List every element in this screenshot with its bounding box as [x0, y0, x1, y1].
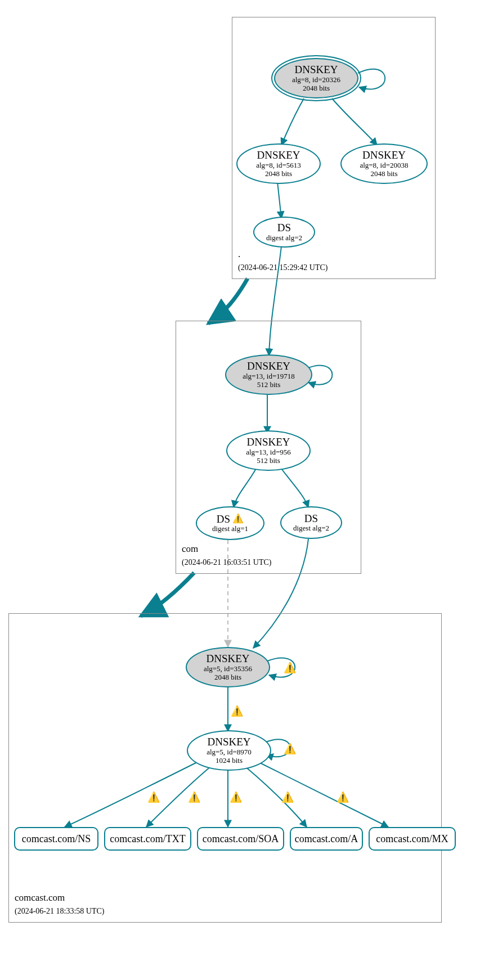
rr-txt[interactable]: comcast.com/TXT [104, 827, 191, 851]
node-com-ds2[interactable]: DS digest alg=2 [280, 506, 342, 539]
node-root-ksk[interactable]: DNSKEY alg=8, id=20326 2048 bits [274, 58, 358, 98]
node-com-ds1[interactable]: DS ⚠️ digest alg=1 [196, 506, 264, 540]
warning-icon: ⚠️ [232, 514, 244, 524]
zone-com-label: com (2024-06-21 16:03:51 UTC) [182, 543, 271, 569]
rr-ns-label: comcast.com/NS [22, 833, 91, 845]
node-line2: alg=5, id=35356 [204, 665, 252, 673]
node-root-ds[interactable]: DS digest alg=2 [253, 217, 315, 248]
node-line2: digest alg=2 [266, 234, 302, 242]
node-line2: digest alg=1 [212, 525, 248, 533]
node-root-zsk[interactable]: DNSKEY alg=8, id=5613 2048 bits [236, 143, 321, 184]
zone-root-label: . (2024-06-21 15:29:42 UTC) [238, 248, 328, 274]
rr-ns[interactable]: comcast.com/NS [14, 827, 98, 851]
node-root-zsk2[interactable]: DNSKEY alg=8, id=20038 2048 bits [340, 143, 428, 184]
node-line2: alg=8, id=5613 [256, 161, 301, 170]
node-line2: alg=8, id=20038 [360, 161, 408, 170]
node-line2: alg=5, id=8970 [207, 748, 252, 757]
node-com-zsk[interactable]: DNSKEY alg=13, id=956 512 bits [226, 430, 311, 471]
node-leaf-zsk[interactable]: DNSKEY alg=5, id=8970 1024 bits [187, 730, 271, 771]
node-title: DS [277, 222, 291, 234]
rr-txt-label: comcast.com/TXT [110, 833, 185, 845]
node-title: DNSKEY [246, 436, 290, 448]
zone-leaf-timestamp: (2024-06-21 18:33:58 UTC) [15, 907, 104, 915]
node-line3: 512 bits [257, 457, 280, 465]
node-title: DNSKEY [247, 360, 290, 372]
node-line2: alg=13, id=19718 [243, 372, 295, 381]
node-line2: digest alg=2 [293, 524, 329, 533]
node-line3: 1024 bits [216, 757, 243, 765]
rr-mx-label: comcast.com/MX [376, 833, 448, 845]
rr-soa[interactable]: comcast.com/SOA [197, 827, 284, 851]
zone-leaf-label: comcast.com (2024-06-21 18:33:58 UTC) [15, 892, 104, 918]
node-line2: alg=13, id=956 [246, 448, 291, 457]
node-leaf-ksk[interactable]: DNSKEY alg=5, id=35356 2048 bits [186, 647, 270, 687]
node-title: DNSKEY [257, 149, 300, 161]
rr-a-label: comcast.com/A [295, 833, 358, 845]
rr-a[interactable]: comcast.com/A [290, 827, 363, 851]
zone-root-name: . [238, 249, 240, 259]
node-line3: 2048 bits [265, 170, 292, 178]
node-line3: 2048 bits [303, 84, 330, 93]
zone-leaf-name: comcast.com [15, 892, 65, 903]
node-com-ksk[interactable]: DNSKEY alg=13, id=19718 512 bits [225, 354, 312, 395]
node-title: DS [304, 513, 318, 525]
node-title: DNSKEY [206, 653, 249, 665]
node-line3: 2048 bits [214, 673, 241, 682]
zone-com-timestamp: (2024-06-21 16:03:51 UTC) [182, 558, 271, 567]
node-line3: 512 bits [257, 381, 281, 389]
rr-soa-label: comcast.com/SOA [203, 833, 279, 845]
node-title: DNSKEY [294, 64, 338, 76]
node-line3: 2048 bits [370, 170, 397, 178]
rr-mx[interactable]: comcast.com/MX [369, 827, 456, 851]
node-title: DNSKEY [362, 149, 406, 161]
zone-com-name: com [182, 543, 198, 554]
node-title: DS [217, 513, 230, 525]
node-title: DNSKEY [207, 736, 250, 748]
node-line2: alg=8, id=20326 [292, 76, 340, 84]
zone-root-timestamp: (2024-06-21 15:29:42 UTC) [238, 263, 328, 272]
